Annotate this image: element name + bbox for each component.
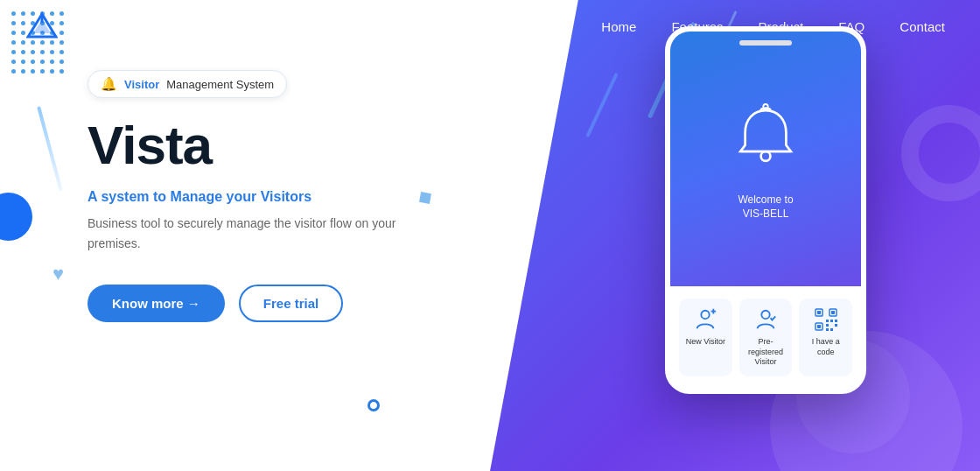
phone-mockup-container: Welcome to VIS-BELL New Visitor: [665, 26, 875, 394]
circle-dot-decoration: [368, 399, 380, 411]
svg-rect-10: [817, 311, 821, 314]
left-circle-decoration: [0, 193, 32, 241]
hero-description: Business tool to securely manage the vis…: [88, 214, 402, 253]
hero-section: 🔔 Visitor Management System Vista A syst…: [88, 70, 402, 322]
new-visitor-icon: [693, 307, 718, 332]
svg-rect-15: [826, 320, 829, 322]
svg-rect-17: [835, 320, 837, 322]
free-trial-button[interactable]: Free trial: [239, 285, 343, 322]
nav-home[interactable]: Home: [601, 19, 636, 34]
phone-welcome-text: Welcome to VIS-BELL: [738, 193, 793, 222]
svg-rect-16: [830, 320, 833, 322]
left-line-decoration: [37, 106, 63, 192]
svg-point-4: [763, 104, 767, 109]
heart-decoration: ♥: [52, 263, 64, 285]
svg-point-8: [761, 311, 769, 319]
svg-point-5: [702, 311, 710, 319]
preregistered-visitor-icon: [753, 307, 778, 332]
phone-header-area: Welcome to VIS-BELL: [670, 32, 861, 286]
phone-notch: [739, 40, 792, 46]
logo-icon: [26, 11, 58, 42]
svg-rect-20: [830, 328, 833, 331]
phone-option-code[interactable]: I have a code: [799, 299, 852, 376]
phone-mockup: Welcome to VIS-BELL New Visitor: [665, 26, 866, 394]
phone-option-new-visitor[interactable]: New Visitor: [679, 299, 732, 376]
phone-screen: Welcome to VIS-BELL New Visitor: [670, 32, 861, 389]
nav-contact[interactable]: Contact: [900, 19, 945, 34]
option3-label: I have a code: [804, 337, 847, 357]
phone-bell-icon: [726, 96, 805, 179]
code-icon: [814, 307, 838, 332]
phone-options: New Visitor Pre-registered Visitor: [670, 286, 861, 389]
logo[interactable]: [26, 11, 58, 42]
badge-rest-text: Management System: [166, 78, 274, 91]
bell-icon: 🔔: [101, 76, 117, 92]
hero-subtitle: A system to Manage your Visitors: [88, 189, 402, 205]
option2-label: Pre-registered Visitor: [745, 337, 788, 368]
badge-highlight-text: Visitor: [124, 78, 159, 91]
svg-rect-12: [831, 311, 835, 314]
hero-buttons: Know more → Free trial: [88, 285, 402, 322]
hero-title: Vista: [88, 116, 402, 175]
square-decoration: [419, 192, 431, 204]
svg-rect-14: [817, 325, 821, 328]
hero-badge: 🔔 Visitor Management System: [88, 70, 287, 98]
phone-option-preregistered[interactable]: Pre-registered Visitor: [739, 299, 793, 376]
option1-label: New Visitor: [686, 337, 725, 348]
svg-point-3: [761, 151, 771, 161]
know-more-button[interactable]: Know more →: [88, 285, 225, 322]
svg-rect-21: [835, 324, 837, 327]
svg-rect-19: [826, 328, 829, 331]
svg-rect-18: [826, 324, 829, 327]
